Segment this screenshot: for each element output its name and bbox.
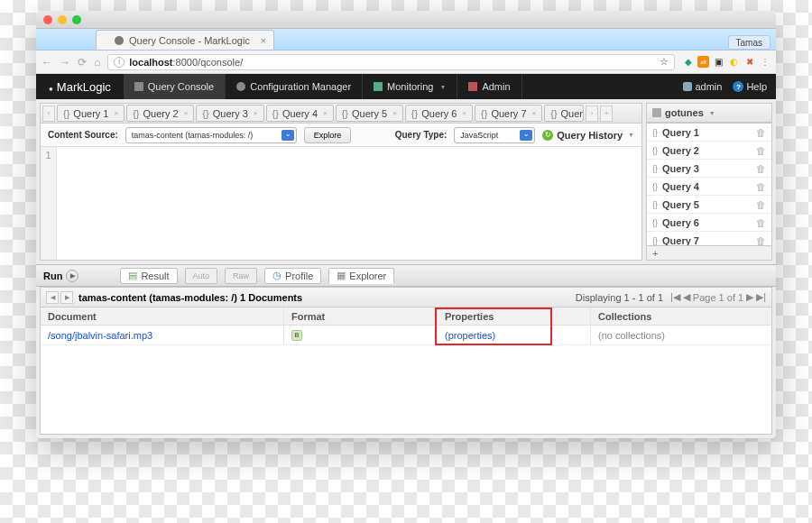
xquery-icon: {}: [481, 108, 487, 119]
trash-icon[interactable]: 🗑: [756, 127, 766, 138]
editor-body: 1: [41, 147, 641, 260]
admin-icon: [468, 82, 477, 91]
query-tab-8[interactable]: {}Quer: [544, 105, 584, 122]
ext-red-icon[interactable]: ✖: [743, 56, 755, 68]
add-tab-button[interactable]: +: [600, 106, 613, 122]
xquery-icon: {}: [652, 218, 658, 227]
grid-icon: ▦: [337, 270, 346, 281]
explore-button[interactable]: Explore: [304, 127, 352, 143]
trash-icon[interactable]: 🗑: [756, 235, 766, 246]
workspace-select[interactable]: gotunes▼: [646, 103, 772, 123]
trash-icon[interactable]: 🗑: [756, 145, 766, 156]
chevron-down-icon: ▼: [439, 84, 446, 90]
trash-icon[interactable]: 🗑: [756, 199, 766, 210]
raw-button[interactable]: Raw: [225, 268, 257, 284]
document-link[interactable]: /song/jbalvin-safari.mp3: [48, 330, 152, 341]
ws-query-2[interactable]: {}Query 2🗑: [647, 142, 771, 160]
xquery-icon: {}: [411, 108, 418, 119]
ext-orange-icon[interactable]: aff: [697, 56, 709, 68]
format-badge: B: [291, 330, 302, 341]
user-badge[interactable]: admin: [683, 81, 722, 92]
nav-config-manager[interactable]: Configuration Manager: [226, 74, 363, 99]
ws-query-4[interactable]: {}Query 4🗑: [647, 178, 771, 196]
ws-query-5[interactable]: {}Query 5🗑: [647, 196, 771, 214]
zoom-window-icon[interactable]: [72, 15, 81, 24]
site-info-icon[interactable]: i: [114, 57, 125, 68]
close-icon[interactable]: ×: [115, 109, 119, 117]
first-page-icon[interactable]: |◀: [670, 291, 680, 303]
code-editor[interactable]: [57, 147, 641, 260]
tab-scroll-right[interactable]: ›: [586, 106, 598, 122]
trash-icon[interactable]: 🗑: [756, 163, 766, 174]
nav-back-icon[interactable]: ◀: [46, 291, 59, 304]
xquery-icon: {}: [652, 200, 658, 209]
next-page-icon[interactable]: ▶: [746, 291, 753, 303]
content-source-label: Content Source:: [48, 130, 118, 140]
forward-icon: →: [60, 56, 70, 69]
col-document: Document: [41, 307, 284, 325]
query-type-select[interactable]: JavaScript: [454, 127, 535, 143]
close-tab-icon[interactable]: ×: [260, 35, 265, 46]
query-tab-3[interactable]: {}Query 3×: [196, 105, 263, 122]
query-tab-4[interactable]: {}Query 4×: [266, 105, 334, 122]
ws-query-6[interactable]: {}Query 6🗑: [647, 214, 771, 232]
browser-tab-active[interactable]: Query Console - MarkLogic ×: [96, 30, 274, 50]
nav-monitoring[interactable]: Monitoring▼: [363, 74, 457, 99]
query-tab-6[interactable]: {}Query 6×: [405, 105, 473, 122]
source-row: Content Source: tamas-content (tamas-mod…: [41, 124, 641, 147]
close-icon[interactable]: ×: [462, 109, 466, 117]
ext-yellow-icon[interactable]: ◐: [728, 56, 740, 68]
ws-query-3[interactable]: {}Query 3🗑: [647, 160, 771, 178]
results-displaying: Displaying 1 - 1 of 1: [576, 292, 663, 303]
properties-link[interactable]: (properties): [445, 330, 495, 341]
workspace-query-list: {}Query 1🗑 {}Query 2🗑 {}Query 3🗑 {}Query…: [646, 123, 772, 246]
browser-menu-icon[interactable]: ⋮: [759, 56, 770, 68]
result-tab[interactable]: ▤Result: [120, 268, 177, 284]
content-source-select[interactable]: tamas-content (tamas-modules: /): [125, 127, 297, 143]
close-icon[interactable]: ×: [532, 109, 537, 117]
prev-page-icon[interactable]: ◀: [683, 291, 690, 303]
address-bar[interactable]: i localhost:8000/qconsole/ ☆: [107, 54, 675, 70]
query-tab-5[interactable]: {}Query 5×: [336, 105, 403, 122]
query-tab-1[interactable]: {}Query 1×: [57, 105, 125, 122]
chevron-down-icon: ▼: [628, 132, 634, 138]
close-window-icon[interactable]: [43, 15, 52, 24]
trash-icon[interactable]: 🗑: [756, 217, 766, 228]
xquery-icon: {}: [202, 108, 208, 119]
trash-icon[interactable]: 🗑: [756, 181, 766, 192]
run-button[interactable]: Run▶: [43, 270, 78, 282]
back-icon[interactable]: ←: [42, 56, 52, 69]
close-icon[interactable]: ×: [392, 109, 397, 117]
minimize-window-icon[interactable]: [58, 15, 67, 24]
console-icon: [134, 82, 143, 91]
nav-query-console[interactable]: Query Console: [124, 74, 226, 99]
close-icon[interactable]: ×: [323, 109, 328, 117]
results-pager: |◀ ◀ Page 1 of 1 ▶ ▶|: [670, 291, 766, 303]
query-tab-2[interactable]: {}Query 2×: [126, 105, 194, 122]
extension-tray: ◆ aff ▣ ◐ ✖ ⋮: [682, 56, 770, 68]
query-tabs: ‹ {}Query 1× {}Query 2× {}Query 3× {}Que…: [41, 104, 641, 124]
query-history-button[interactable]: ↻ Query History ▼: [542, 130, 634, 141]
nav-admin[interactable]: Admin: [457, 74, 521, 99]
ws-query-1[interactable]: {}Query 1🗑: [647, 124, 771, 142]
nav-fwd-icon[interactable]: ▶: [60, 291, 73, 304]
explorer-tab[interactable]: ▦Explorer: [328, 268, 394, 284]
xquery-icon: {}: [342, 108, 348, 119]
bookmark-star-icon[interactable]: ☆: [660, 56, 669, 68]
chrome-profile-badge[interactable]: Tamas: [728, 35, 770, 50]
ws-query-7[interactable]: {}Query 7🗑: [647, 232, 771, 246]
close-icon[interactable]: ×: [254, 109, 258, 117]
auto-button[interactable]: Auto: [185, 268, 218, 284]
profile-tab[interactable]: ◷Profile: [264, 268, 321, 284]
query-tab-7[interactable]: {}Query 7×: [475, 105, 542, 122]
home-icon[interactable]: ⌂: [94, 56, 100, 69]
url-host: localhost: [129, 57, 172, 68]
last-page-icon[interactable]: ▶|: [756, 291, 766, 303]
ext-shield-icon[interactable]: ▣: [713, 56, 724, 68]
help-link[interactable]: ?Help: [733, 81, 767, 92]
add-query-button[interactable]: +: [646, 246, 772, 261]
close-icon[interactable]: ×: [184, 109, 189, 117]
tab-scroll-left[interactable]: ‹: [42, 106, 55, 122]
reload-icon[interactable]: ⟳: [78, 56, 87, 69]
ext-drive-icon[interactable]: ◆: [682, 56, 694, 68]
